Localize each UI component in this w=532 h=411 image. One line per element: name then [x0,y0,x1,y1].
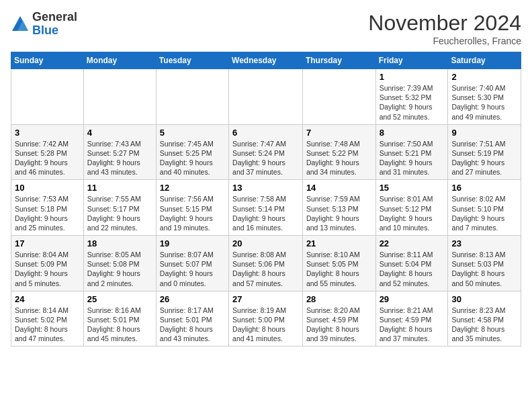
day-number: 10 [15,183,80,193]
weekday-header-monday: Monday [83,52,156,69]
calendar-header: SundayMondayTuesdayWednesdayThursdayFrid… [11,52,521,69]
day-number: 11 [87,183,152,193]
calendar-cell: 1Sunrise: 7:39 AMSunset: 5:32 PMDaylight… [375,69,448,125]
calendar-cell: 8Sunrise: 7:50 AMSunset: 5:21 PMDaylight… [375,124,448,180]
logo-text: General Blue [32,11,77,38]
day-info: Sunrise: 7:50 AMSunset: 5:21 PMDaylight:… [380,139,445,177]
calendar-cell: 23Sunrise: 8:13 AMSunset: 5:03 PMDayligh… [448,236,521,291]
day-info: Sunrise: 7:45 AMSunset: 5:25 PMDaylight:… [160,139,225,177]
day-info: Sunrise: 8:17 AMSunset: 5:01 PMDaylight:… [160,306,225,344]
day-number: 13 [232,183,299,193]
day-number: 9 [451,128,517,138]
day-info: Sunrise: 8:10 AMSunset: 5:05 PMDaylight:… [306,250,372,288]
day-number: 14 [306,183,372,193]
calendar-cell: 26Sunrise: 8:17 AMSunset: 5:01 PMDayligh… [156,291,228,347]
calendar-cell: 29Sunrise: 8:21 AMSunset: 4:59 PMDayligh… [375,291,448,347]
day-info: Sunrise: 7:43 AMSunset: 5:27 PMDaylight:… [87,139,152,177]
calendar-cell: 3Sunrise: 7:42 AMSunset: 5:28 PMDaylight… [11,124,84,180]
day-info: Sunrise: 8:07 AMSunset: 5:07 PMDaylight:… [160,250,225,288]
day-number: 23 [451,238,517,248]
calendar-week-1: 1Sunrise: 7:39 AMSunset: 5:32 PMDaylight… [11,69,521,125]
calendar-cell: 18Sunrise: 8:05 AMSunset: 5:08 PMDayligh… [83,236,156,291]
day-number: 29 [380,294,445,304]
calendar-cell [83,69,156,125]
weekday-header-thursday: Thursday [302,52,375,69]
calendar-cell: 9Sunrise: 7:51 AMSunset: 5:19 PMDaylight… [448,124,521,180]
logo-general: General [32,11,77,24]
day-number: 19 [160,238,225,248]
calendar-cell: 10Sunrise: 7:53 AMSunset: 5:18 PMDayligh… [11,180,84,236]
day-info: Sunrise: 7:42 AMSunset: 5:28 PMDaylight:… [15,139,80,177]
logo: General Blue [11,11,77,38]
calendar-cell: 20Sunrise: 8:08 AMSunset: 5:06 PMDayligh… [229,236,303,291]
calendar-week-3: 10Sunrise: 7:53 AMSunset: 5:18 PMDayligh… [11,180,521,236]
month-title: November 2024 [368,11,521,36]
day-number: 6 [232,128,299,138]
calendar-cell: 19Sunrise: 8:07 AMSunset: 5:07 PMDayligh… [156,236,228,291]
calendar-cell: 11Sunrise: 7:55 AMSunset: 5:17 PMDayligh… [83,180,156,236]
calendar-cell: 17Sunrise: 8:04 AMSunset: 5:09 PMDayligh… [11,236,84,291]
calendar-cell [302,69,375,125]
calendar-cell [11,69,84,125]
day-info: Sunrise: 7:39 AMSunset: 5:32 PMDaylight:… [380,83,445,122]
day-info: Sunrise: 8:05 AMSunset: 5:08 PMDaylight:… [87,250,152,288]
weekday-header-saturday: Saturday [448,52,521,69]
day-info: Sunrise: 8:14 AMSunset: 5:02 PMDaylight:… [15,306,80,344]
day-info: Sunrise: 8:19 AMSunset: 5:00 PMDaylight:… [232,306,299,344]
day-info: Sunrise: 8:04 AMSunset: 5:09 PMDaylight:… [15,250,80,288]
day-info: Sunrise: 8:16 AMSunset: 5:01 PMDaylight:… [87,306,152,344]
calendar-cell: 7Sunrise: 7:48 AMSunset: 5:22 PMDaylight… [302,124,375,180]
calendar-cell: 6Sunrise: 7:47 AMSunset: 5:24 PMDaylight… [229,124,303,180]
calendar-cell: 27Sunrise: 8:19 AMSunset: 5:00 PMDayligh… [229,291,303,347]
day-info: Sunrise: 7:53 AMSunset: 5:18 PMDaylight:… [15,194,80,232]
day-number: 26 [160,294,225,304]
location: Feucherolles, France [368,36,521,46]
day-number: 5 [160,128,225,138]
calendar-cell: 12Sunrise: 7:56 AMSunset: 5:15 PMDayligh… [156,180,228,236]
day-number: 3 [15,128,80,138]
calendar-week-2: 3Sunrise: 7:42 AMSunset: 5:28 PMDaylight… [11,124,521,180]
day-info: Sunrise: 7:40 AMSunset: 5:30 PMDaylight:… [451,83,517,122]
day-number: 16 [451,183,517,193]
day-info: Sunrise: 8:13 AMSunset: 5:03 PMDaylight:… [451,250,517,288]
logo-blue: Blue [32,24,77,38]
calendar-week-5: 24Sunrise: 8:14 AMSunset: 5:02 PMDayligh… [11,291,521,347]
day-info: Sunrise: 8:23 AMSunset: 4:58 PMDaylight:… [451,306,517,344]
calendar-cell: 5Sunrise: 7:45 AMSunset: 5:25 PMDaylight… [156,124,228,180]
day-info: Sunrise: 7:55 AMSunset: 5:17 PMDaylight:… [87,194,152,232]
day-info: Sunrise: 7:59 AMSunset: 5:13 PMDaylight:… [306,194,372,232]
day-number: 12 [160,183,225,193]
day-info: Sunrise: 7:47 AMSunset: 5:24 PMDaylight:… [232,139,299,177]
day-number: 25 [87,294,152,304]
day-number: 15 [380,183,445,193]
day-number: 24 [15,294,80,304]
calendar-cell: 22Sunrise: 8:11 AMSunset: 5:04 PMDayligh… [375,236,448,291]
day-number: 27 [232,294,299,304]
calendar-body: 1Sunrise: 7:39 AMSunset: 5:32 PMDaylight… [11,69,521,347]
day-number: 8 [380,128,445,138]
day-number: 22 [380,238,445,248]
day-number: 21 [306,238,372,248]
day-number: 2 [451,72,517,82]
calendar-cell: 4Sunrise: 7:43 AMSunset: 5:27 PMDaylight… [83,124,156,180]
day-number: 17 [15,238,80,248]
day-number: 30 [451,294,517,304]
day-number: 7 [306,128,372,138]
calendar-cell [156,69,228,125]
page-header: General Blue November 2024 Feucherolles,… [11,11,521,46]
day-info: Sunrise: 7:51 AMSunset: 5:19 PMDaylight:… [451,139,517,177]
day-info: Sunrise: 7:58 AMSunset: 5:14 PMDaylight:… [232,194,299,232]
calendar-week-4: 17Sunrise: 8:04 AMSunset: 5:09 PMDayligh… [11,236,521,291]
day-info: Sunrise: 8:11 AMSunset: 5:04 PMDaylight:… [380,250,445,288]
weekday-header-friday: Friday [375,52,448,69]
logo-icon [11,15,30,34]
calendar-cell: 13Sunrise: 7:58 AMSunset: 5:14 PMDayligh… [229,180,303,236]
calendar-table: SundayMondayTuesdayWednesdayThursdayFrid… [11,52,521,347]
calendar-cell: 30Sunrise: 8:23 AMSunset: 4:58 PMDayligh… [448,291,521,347]
day-number: 4 [87,128,152,138]
day-number: 28 [306,294,372,304]
weekday-header-row: SundayMondayTuesdayWednesdayThursdayFrid… [11,52,521,69]
day-number: 1 [380,72,445,82]
weekday-header-sunday: Sunday [11,52,84,69]
calendar-cell: 16Sunrise: 8:02 AMSunset: 5:10 PMDayligh… [448,180,521,236]
